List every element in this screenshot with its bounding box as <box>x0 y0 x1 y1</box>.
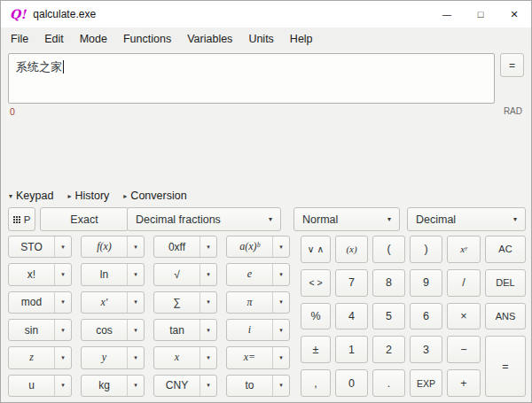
dropdown-arrow-icon[interactable]: ▾ <box>54 292 71 313</box>
key-4[interactable]: 4 <box>335 303 368 330</box>
angle-mode-label[interactable]: RAD <box>504 106 522 117</box>
key-function[interactable]: f(x)▾ <box>81 236 145 258</box>
key-ln[interactable]: ln▾ <box>81 263 145 285</box>
key-divide[interactable]: / <box>447 269 481 297</box>
close-button[interactable]: ✕ <box>497 1 531 27</box>
key-cny[interactable]: CNY▾ <box>153 375 217 397</box>
key-8[interactable]: 8 <box>372 269 405 297</box>
key-2[interactable]: 2 <box>372 336 405 363</box>
dropdown-arrow-icon[interactable]: ▾ <box>54 320 71 340</box>
key-lparen[interactable]: ( <box>372 236 405 263</box>
key-0xff[interactable]: 0xff▾ <box>153 236 217 258</box>
key-sum[interactable]: ∑▾ <box>153 291 217 314</box>
tab-history[interactable]: ▸ History <box>67 190 109 202</box>
dropdown-arrow-icon[interactable]: ▾ <box>272 264 289 284</box>
key-sto[interactable]: STO▾ <box>8 236 72 258</box>
key-cos[interactable]: cos▾ <box>81 319 145 341</box>
key-kg[interactable]: kg▾ <box>81 375 145 397</box>
key-9[interactable]: 9 <box>410 269 442 297</box>
dropdown-arrow-icon[interactable]: ▾ <box>127 376 144 396</box>
dropdown-arrow-icon[interactable]: ▾ <box>54 376 71 396</box>
key-mod[interactable]: mod▾ <box>8 291 72 314</box>
key-z[interactable]: z▾ <box>8 346 72 368</box>
key-minus[interactable]: − <box>447 336 481 363</box>
display-mode-dropdown[interactable]: Normal ▾ <box>293 207 400 231</box>
dropdown-arrow-icon[interactable]: ▾ <box>272 236 289 257</box>
menu-edit[interactable]: Edit <box>36 30 72 48</box>
dropdown-arrow-icon[interactable]: ▾ <box>54 347 71 368</box>
key-plus[interactable]: + <box>447 369 481 397</box>
key-rparen[interactable]: ) <box>410 236 442 263</box>
menu-functions[interactable]: Functions <box>115 30 179 48</box>
key-pi[interactable]: π▾ <box>226 291 290 314</box>
maximize-button[interactable]: □ <box>464 1 497 27</box>
key-comma[interactable]: , <box>301 369 331 397</box>
key-ac[interactable]: AC <box>485 236 526 263</box>
panel-tabs: ▾ Keypad ▸ History ▸ Conversion <box>9 190 187 202</box>
dropdown-arrow-icon[interactable]: ▾ <box>272 376 289 396</box>
tab-keypad[interactable]: ▾ Keypad <box>9 190 53 202</box>
dropdown-arrow-icon[interactable]: ▾ <box>200 376 216 396</box>
menu-variables[interactable]: Variables <box>179 30 240 48</box>
key-exp[interactable]: EXP <box>410 369 442 397</box>
key-ans[interactable]: ANS <box>485 303 526 330</box>
key-e[interactable]: e▾ <box>226 263 290 285</box>
fraction-mode-dropdown[interactable]: Decimal fractions ▾ <box>127 207 281 231</box>
key-x[interactable]: x▾ <box>153 346 217 368</box>
key-percent[interactable]: % <box>301 303 331 330</box>
key-7[interactable]: 7 <box>335 269 368 297</box>
dropdown-arrow-icon[interactable]: ▾ <box>127 292 144 313</box>
dropdown-arrow-icon[interactable]: ▾ <box>272 320 289 340</box>
key-multiply[interactable]: × <box>447 303 481 330</box>
dropdown-arrow-icon[interactable]: ▾ <box>54 264 71 284</box>
key-plusminus[interactable]: ± <box>301 336 331 363</box>
dropdown-arrow-icon[interactable]: ▾ <box>200 292 216 313</box>
calculate-button[interactable]: = <box>500 53 524 77</box>
menu-help[interactable]: Help <box>282 30 321 48</box>
dropdown-arrow-icon[interactable]: ▾ <box>200 236 216 257</box>
key-sin[interactable]: sin▾ <box>8 319 72 341</box>
menu-file[interactable]: File <box>3 30 36 48</box>
key-updown[interactable]: ∨ ∧ <box>301 236 331 263</box>
dropdown-arrow-icon[interactable]: ▾ <box>127 320 144 340</box>
key-imaginary[interactable]: i▾ <box>226 319 290 341</box>
expression-input[interactable]: 系统之家 <box>8 53 495 104</box>
key-power[interactable]: xʸ <box>447 236 481 263</box>
dropdown-arrow-icon[interactable]: ▾ <box>127 264 144 284</box>
key-tan[interactable]: tan▾ <box>153 319 217 341</box>
key-del[interactable]: DEL <box>485 269 526 297</box>
menu-units[interactable]: Units <box>240 30 281 48</box>
programming-keypad-button[interactable]: P <box>8 207 35 231</box>
key-factorial[interactable]: x!▾ <box>8 263 72 285</box>
key-to[interactable]: to▾ <box>226 375 290 397</box>
key-leftright[interactable]: < > <box>301 269 331 297</box>
menu-mode[interactable]: Mode <box>72 30 115 48</box>
dropdown-arrow-icon[interactable]: ▾ <box>200 347 216 368</box>
key-x-prime[interactable]: xʹ▾ <box>81 291 145 314</box>
key-5[interactable]: 5 <box>372 303 405 330</box>
dropdown-arrow-icon[interactable]: ▾ <box>200 320 216 340</box>
dropdown-arrow-icon[interactable]: ▾ <box>272 292 289 313</box>
key-3[interactable]: 3 <box>410 336 442 363</box>
dropdown-arrow-icon[interactable]: ▾ <box>54 236 71 257</box>
exact-toggle-button[interactable]: Exact <box>40 207 129 231</box>
key-decimal[interactable]: . <box>372 369 405 397</box>
dropdown-arrow-icon[interactable]: ▾ <box>272 347 289 368</box>
key-u[interactable]: u▾ <box>8 375 72 397</box>
key-sqrt[interactable]: √▾ <box>153 263 217 285</box>
key-axb[interactable]: a(x)ᵇ▾ <box>226 236 290 258</box>
tab-conversion[interactable]: ▸ Conversion <box>123 190 186 202</box>
dropdown-arrow-icon[interactable]: ▾ <box>127 236 144 257</box>
key-solve[interactable]: x=▾ <box>226 346 290 368</box>
key-6[interactable]: 6 <box>410 303 442 330</box>
minimize-button[interactable]: — <box>430 1 464 27</box>
dropdown-arrow-icon[interactable]: ▾ <box>200 264 216 284</box>
key-0[interactable]: 0 <box>335 369 368 397</box>
numeric-keypad: ∨ ∧ (x) ( ) xʸ AC < > 7 8 9 / DEL % 4 5 … <box>301 236 526 397</box>
number-base-dropdown[interactable]: Decimal ▾ <box>407 207 526 231</box>
key-equals[interactable]: = <box>485 336 526 397</box>
key-1[interactable]: 1 <box>335 336 368 363</box>
key-parens[interactable]: (x) <box>335 236 368 263</box>
dropdown-arrow-icon[interactable]: ▾ <box>127 347 144 368</box>
key-y[interactable]: y▾ <box>81 346 145 368</box>
